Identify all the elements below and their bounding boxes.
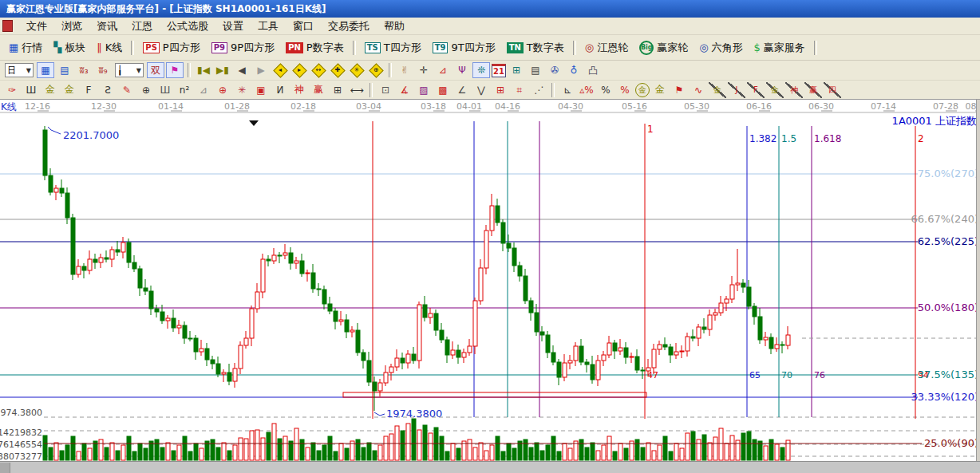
- bars-9-icon[interactable]: ʬ₉: [94, 62, 112, 78]
- gold-lines-icon[interactable]: 金: [651, 82, 669, 98]
- angle-gray-icon[interactable]: ⊿: [195, 82, 212, 98]
- 9t-square-button[interactable]: T99T四方形: [427, 38, 501, 57]
- stock-map-icon[interactable]: ▦: [37, 62, 54, 78]
- menu-item-5[interactable]: 公式选股: [160, 18, 215, 34]
- grid-box-icon[interactable]: ▩: [434, 82, 452, 98]
- si-angle-icon[interactable]: 四: [824, 82, 841, 98]
- red-grid-icon[interactable]: ⊞: [492, 82, 509, 98]
- gold-angle-icon[interactable]: 金: [709, 82, 726, 98]
- web-box-icon[interactable]: ▣: [252, 82, 270, 98]
- skip-end-icon[interactable]: ▶▮: [214, 62, 231, 78]
- candle-style-combo[interactable]: ╽▼: [115, 63, 144, 77]
- gann-wheel-button[interactable]: ◎江恩轮: [579, 38, 634, 57]
- scrollbar-chip[interactable]: [0, 463, 10, 473]
- t-square-button[interactable]: TST四方形: [359, 38, 427, 57]
- bars-3-icon[interactable]: ʬ₃: [75, 62, 93, 78]
- p-table-button[interactable]: PNP数字表: [280, 38, 350, 57]
- n-marks-icon[interactable]: И: [271, 82, 289, 98]
- menu-item-8[interactable]: 窗口: [286, 18, 321, 34]
- printer-icon[interactable]: 凸: [584, 62, 602, 78]
- p-square-button[interactable]: PSP四方形: [137, 38, 205, 57]
- pennant-icon[interactable]: ⚑: [670, 82, 688, 98]
- 9p-square-button[interactable]: P99P四方形: [206, 38, 280, 57]
- f-angle-icon[interactable]: F: [747, 82, 765, 98]
- step-forward-icon[interactable]: ▶: [252, 62, 270, 78]
- expand-icon[interactable]: ✚: [329, 62, 346, 78]
- right-scroll-strip[interactable]: [976, 100, 980, 461]
- gold-circle-icon[interactable]: 金: [635, 83, 650, 97]
- chart-canvas[interactable]: 12-1612-3001-1401-2802-1803-0403-1804-01…: [0, 100, 980, 461]
- clipboard-icon[interactable]: ▤: [56, 62, 73, 78]
- hand-tool-icon[interactable]: ✌: [396, 62, 413, 78]
- t-table-button[interactable]: TNT数字表: [501, 38, 570, 57]
- network-icon[interactable]: ♁: [565, 62, 583, 78]
- ying-tool-icon[interactable]: 赢: [310, 82, 327, 98]
- period-combo[interactable]: 日▼: [5, 63, 34, 77]
- menu-item-2[interactable]: 浏览: [54, 18, 89, 34]
- spiral-tool-icon[interactable]: Ƨ: [99, 82, 117, 98]
- quotes-button[interactable]: ▦行情: [3, 38, 48, 57]
- gold-angle2-icon[interactable]: 金: [766, 82, 784, 98]
- menu-item-4[interactable]: 江恩: [124, 18, 160, 34]
- gold-comb2-icon[interactable]: 金: [61, 82, 78, 98]
- web-icon[interactable]: ✳: [233, 82, 251, 98]
- step-back-icon[interactable]: ◀: [233, 62, 251, 78]
- red-grid2-icon[interactable]: ⌗: [511, 82, 528, 98]
- bottom-scrollbar[interactable]: [0, 461, 980, 473]
- draw-comb-icon[interactable]: ✎: [118, 82, 136, 98]
- winner-service-button[interactable]: $赢家服务: [749, 38, 811, 57]
- comb-plain-icon[interactable]: Ш: [156, 82, 174, 98]
- zoom-all-icon[interactable]: ✳: [348, 62, 366, 78]
- span-arrows-icon[interactable]: ⟷: [348, 82, 366, 98]
- purple-tool-icon[interactable]: Ψ: [453, 62, 471, 78]
- fan-lines-icon[interactable]: ∡: [396, 82, 413, 98]
- winner-wheel-button[interactable]: Big赢家轮: [634, 38, 694, 57]
- angle-tool-icon[interactable]: ⊿: [434, 62, 452, 78]
- j-angle-icon[interactable]: J: [728, 82, 745, 98]
- marker-tool-icon[interactable]: ✑: [3, 82, 21, 98]
- notes-icon[interactable]: ▤: [527, 62, 544, 78]
- menu-item-10[interactable]: 帮助: [377, 18, 412, 34]
- fib-comb-icon[interactable]: F: [80, 82, 97, 98]
- menu-item-1[interactable]: 文件: [19, 18, 54, 34]
- trend-line-icon[interactable]: ∠: [453, 82, 471, 98]
- n-square-icon[interactable]: n²: [176, 82, 193, 98]
- pan-both-icon[interactable]: ↔: [310, 62, 327, 78]
- menu-item-9[interactable]: 交易委托: [321, 18, 377, 34]
- save-icon[interactable]: ✇: [546, 62, 563, 78]
- ruler-123-icon[interactable]: ⊞: [329, 82, 346, 98]
- calculator-icon[interactable]: ⊞: [508, 62, 525, 78]
- shen-tool-icon[interactable]: 神: [290, 82, 308, 98]
- menu-item-7[interactable]: 工具: [251, 18, 286, 34]
- crosshair-icon[interactable]: ✛: [415, 62, 433, 78]
- menu-item-6[interactable]: 设置: [215, 18, 251, 34]
- comb-tool-icon[interactable]: Ш: [22, 82, 40, 98]
- zoom-center-icon[interactable]: ⊕: [367, 62, 385, 78]
- menu-item-3[interactable]: 资讯: [89, 18, 124, 34]
- percent-icon[interactable]: %: [597, 82, 614, 98]
- sectors-button[interactable]: ▚板块: [48, 38, 91, 57]
- percent-lines-icon[interactable]: %: [616, 82, 634, 98]
- gann-map-icon[interactable]: ❊: [472, 62, 490, 78]
- ying-angle-icon[interactable]: 赢: [804, 82, 822, 98]
- gold-comb-icon[interactable]: 金: [41, 82, 59, 98]
- percent-tri-icon[interactable]: ▵%: [578, 82, 595, 98]
- pan-left-icon[interactable]: ◂: [271, 62, 289, 78]
- zigzag-icon[interactable]: ⋁: [472, 82, 490, 98]
- pattern-icon[interactable]: 双: [147, 62, 164, 78]
- kline-chart[interactable]: 12-1612-3001-1401-2802-1803-0403-1804-01…: [0, 100, 980, 461]
- diag-lines-icon[interactable]: ⋰: [530, 82, 547, 98]
- hexagon-button[interactable]: ◎六角形: [694, 38, 748, 57]
- flag-chart-icon[interactable]: ⚑: [166, 62, 184, 78]
- compass-icon[interactable]: ⊕: [214, 82, 231, 98]
- corner-grid-icon[interactable]: ⊡: [377, 82, 394, 98]
- cycle-circle-icon[interactable]: ⊕: [137, 82, 155, 98]
- skip-start-icon[interactable]: ▮◀: [195, 62, 212, 78]
- kline-button[interactable]: ‖K线: [91, 38, 128, 57]
- wave-box-icon[interactable]: ∿: [690, 82, 707, 98]
- shen-angle-icon[interactable]: 神: [785, 82, 803, 98]
- pan-right-icon[interactable]: ▸: [290, 62, 308, 78]
- axis-chart-icon[interactable]: ⊾: [559, 82, 576, 98]
- calendar-icon[interactable]: 21: [492, 64, 506, 77]
- fan-box-icon[interactable]: ▨: [415, 82, 433, 98]
